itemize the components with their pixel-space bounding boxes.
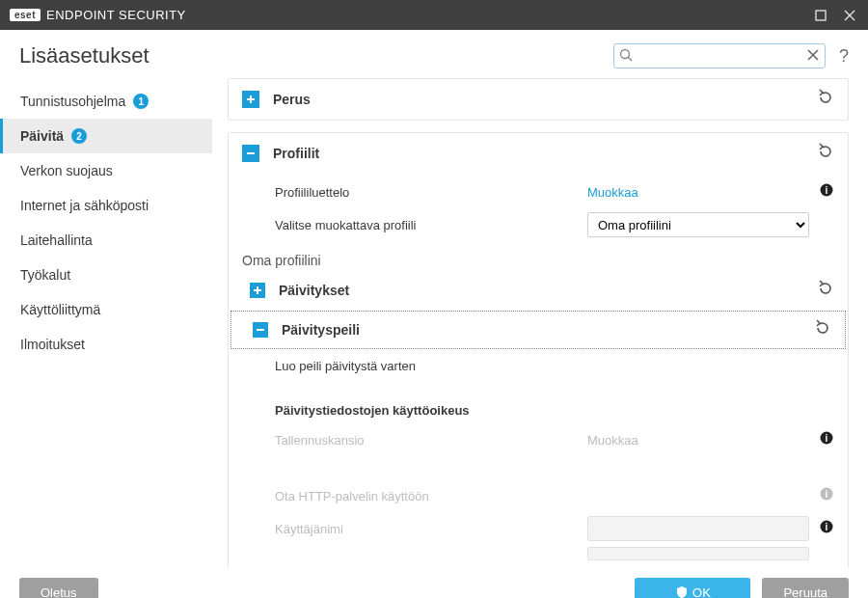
page-header: Lisäasetukset ?: [0, 30, 868, 78]
username-input-disabled: [587, 516, 809, 541]
window-close-icon[interactable]: [841, 7, 858, 24]
subpanel-title: Päivitykset: [279, 283, 817, 298]
sidebar-item-label: Verkon suojaus: [20, 163, 113, 178]
subpanel-mirror: Päivityspeili: [231, 311, 846, 349]
label: Ota HTTP-palvelin käyttöön: [275, 489, 587, 503]
sidebar-item-network[interactable]: Verkon suojaus: [0, 153, 212, 188]
revert-icon[interactable]: [817, 280, 834, 301]
svg-point-3: [620, 50, 629, 59]
info-icon[interactable]: i: [819, 431, 834, 448]
expand-icon[interactable]: [242, 91, 259, 108]
revert-icon[interactable]: [817, 89, 834, 110]
profile-select[interactable]: Oma profiilini: [587, 212, 809, 237]
info-icon[interactable]: i: [819, 487, 834, 504]
label: Tallennuskansio: [275, 433, 587, 448]
row-create-mirror: Luo peili päivitystä varten: [229, 351, 848, 380]
sidebar-badge: 2: [71, 128, 87, 144]
revert-icon[interactable]: [817, 143, 834, 164]
panel-title: Profiilit: [273, 146, 817, 161]
sidebar-item-label: Käyttöliittymä: [20, 302, 100, 317]
sidebar-item-devicecontrol[interactable]: Laitehallinta: [0, 223, 212, 258]
subpanel-title: Päivityspeili: [282, 322, 814, 338]
row-username: Käyttäjänimi i: [229, 510, 848, 547]
info-icon[interactable]: i: [819, 520, 834, 537]
svg-text:i: i: [826, 433, 828, 444]
label: Luo peili päivitystä varten: [275, 359, 587, 373]
sidebar-item-ui[interactable]: Käyttöliittymä: [0, 292, 212, 327]
sidebar-item-detection[interactable]: Tunnistusohjelma 1: [0, 84, 212, 119]
sidebar-item-label: Ilmoitukset: [20, 337, 85, 352]
sidebar-item-notifications[interactable]: Ilmoitukset: [0, 327, 212, 362]
svg-line-4: [628, 58, 632, 62]
row-profile-list: Profiililuettelo Muokkaa i: [229, 177, 848, 206]
row-storage-folder: Tallennuskansio Muokkaa i: [229, 425, 848, 454]
svg-rect-0: [816, 11, 826, 20]
own-profile-heading: Oma profiilini: [229, 243, 848, 272]
ok-button[interactable]: OK: [635, 578, 750, 598]
collapse-icon[interactable]: [242, 145, 259, 162]
product-name: ENDPOINT SECURITY: [46, 8, 186, 22]
subpanel-updates: Päivitykset: [229, 272, 848, 309]
row-extra: [229, 547, 848, 560]
row-select-profile: Valitse muokattava profiili Oma profiili…: [229, 206, 848, 243]
main-content: Perus Profiilit Profiililuettelo: [212, 78, 868, 568]
shield-icon: [675, 585, 689, 598]
sidebar-item-internet-email[interactable]: Internet ja sähköposti: [0, 188, 212, 223]
titlebar: eset ENDPOINT SECURITY: [0, 0, 868, 30]
row-http-server: Ota HTTP-palvelin käyttöön i: [229, 481, 848, 510]
section-access-heading: Päivitystiedostojen käyttöoikeus: [229, 380, 848, 425]
page-title: Lisäasetukset: [19, 43, 613, 68]
extra-input-disabled: [587, 547, 809, 560]
label: Valitse muokattava profiili: [275, 218, 587, 232]
sidebar-badge: 1: [133, 94, 149, 109]
cancel-button[interactable]: Peruuta: [762, 578, 849, 598]
svg-text:i: i: [826, 522, 828, 532]
sidebar-item-label: Laitehallinta: [20, 232, 93, 248]
ok-button-label: OK: [692, 585, 711, 599]
search-input[interactable]: [613, 43, 826, 68]
label: Käyttäjänimi: [275, 522, 587, 536]
panel-profiles: Profiilit Profiililuettelo Muokkaa i Val…: [228, 132, 849, 568]
edit-link-disabled: Muokkaa: [587, 433, 638, 448]
window-maximize-icon[interactable]: [812, 7, 829, 24]
default-button[interactable]: Oletus: [19, 578, 98, 598]
sidebar-item-label: Työkalut: [20, 267, 70, 283]
search-box: [613, 43, 826, 68]
sidebar-item-label: Päivitä: [20, 128, 64, 144]
svg-text:i: i: [826, 185, 828, 196]
expand-icon[interactable]: [250, 283, 265, 298]
sidebar-item-label: Tunnistusohjelma: [20, 94, 125, 109]
info-icon[interactable]: i: [819, 183, 834, 201]
label: Profiililuettelo: [275, 185, 587, 200]
collapse-icon[interactable]: [253, 322, 268, 338]
search-icon: [619, 48, 634, 67]
svg-text:i: i: [826, 489, 828, 500]
help-icon[interactable]: ?: [839, 46, 849, 67]
footer: Oletus OK Peruuta: [0, 568, 868, 598]
sidebar: Tunnistusohjelma 1 Päivitä 2 Verkon suoj…: [0, 78, 212, 568]
revert-icon[interactable]: [814, 319, 831, 340]
edit-link[interactable]: Muokkaa: [587, 185, 638, 200]
panel-basic: Perus: [228, 78, 849, 121]
sidebar-item-tools[interactable]: Työkalut: [0, 258, 212, 292]
sidebar-item-label: Internet ja sähköposti: [20, 198, 149, 213]
search-clear-icon[interactable]: [806, 48, 820, 66]
panel-title: Perus: [273, 92, 817, 107]
sidebar-item-update[interactable]: Päivitä 2: [0, 119, 212, 153]
brand-badge: eset: [10, 9, 41, 21]
